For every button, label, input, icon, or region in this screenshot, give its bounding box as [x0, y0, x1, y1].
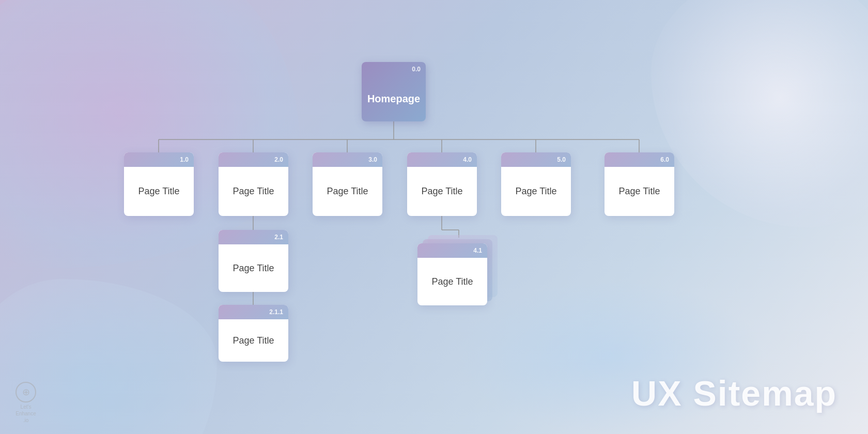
node-2-1-1[interactable]: 2.1.1 Page Title — [219, 305, 288, 362]
node-6-0[interactable]: 6.0 Page Title — [605, 152, 674, 216]
node-4-1-wrapper: 4.1 Page Title — [417, 235, 498, 302]
node-2-0[interactable]: 2.0 Page Title — [219, 152, 288, 216]
node-homepage-label: Homepage — [362, 76, 426, 121]
node-2-1-label: Page Title — [219, 244, 288, 292]
node-2-0-id: 2.0 — [219, 152, 288, 167]
node-4-1-label: Page Title — [417, 258, 487, 305]
connector-lines — [0, 0, 868, 434]
node-3-0-label: Page Title — [313, 167, 382, 216]
node-2-1-1-label: Page Title — [219, 319, 288, 362]
node-4-0-label: Page Title — [407, 167, 477, 216]
node-homepage-id: 0.0 — [362, 62, 426, 76]
node-3-0[interactable]: 3.0 Page Title — [313, 152, 382, 216]
node-4-0-id: 4.0 — [407, 152, 477, 167]
node-5-0-id: 5.0 — [501, 152, 571, 167]
sitemap-diagram: 0.0 Homepage 1.0 Page Title 2.0 Page Tit… — [0, 0, 868, 434]
node-6-0-label: Page Title — [605, 167, 674, 216]
node-4-0[interactable]: 4.0 Page Title — [407, 152, 477, 216]
node-1-0[interactable]: 1.0 Page Title — [124, 152, 194, 216]
logo: ⊕ Let'sEnhance.io — [16, 382, 36, 424]
node-2-0-label: Page Title — [219, 167, 288, 216]
page-main-title: UX Sitemap — [631, 373, 837, 413]
node-5-0[interactable]: 5.0 Page Title — [501, 152, 571, 216]
node-5-0-label: Page Title — [501, 167, 571, 216]
node-1-0-id: 1.0 — [124, 152, 194, 167]
node-4-1[interactable]: 4.1 Page Title — [417, 243, 487, 305]
logo-text: Let'sEnhance.io — [16, 404, 36, 424]
node-2-1[interactable]: 2.1 Page Title — [219, 230, 288, 292]
node-3-0-id: 3.0 — [313, 152, 382, 167]
node-homepage[interactable]: 0.0 Homepage — [362, 62, 426, 121]
node-6-0-id: 6.0 — [605, 152, 674, 167]
node-2-1-id: 2.1 — [219, 230, 288, 244]
node-2-1-1-id: 2.1.1 — [219, 305, 288, 319]
node-1-0-label: Page Title — [124, 167, 194, 216]
node-4-1-id: 4.1 — [417, 243, 487, 258]
logo-icon: ⊕ — [16, 382, 36, 402]
